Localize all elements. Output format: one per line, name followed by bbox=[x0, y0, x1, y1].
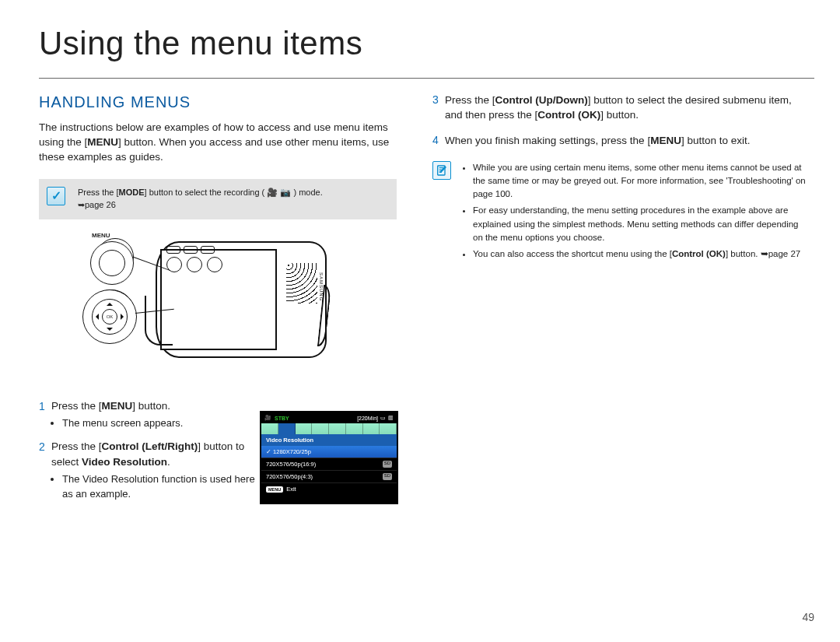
menu-list: ✓ 1280X720/25p 720X576/50p(16:9)SD 720X5… bbox=[261, 446, 397, 483]
callout-text: Press the [MODE] button to select the re… bbox=[78, 187, 386, 199]
intro-paragraph: The instructions below are examples of h… bbox=[39, 121, 397, 165]
exit-row: MENU Exit bbox=[261, 483, 397, 495]
menu-tab-bar bbox=[261, 423, 397, 434]
card-icon: ▭ bbox=[380, 415, 386, 421]
ok-dpad-icon: OK bbox=[82, 289, 137, 344]
mode-callout: ✓ Press the [MODE] button to select the … bbox=[39, 179, 397, 219]
note-item: For easy understanding, the menu setting… bbox=[473, 204, 810, 244]
page-number: 49 bbox=[802, 611, 814, 623]
menu-label: MENU bbox=[92, 232, 110, 239]
page-title: Using the menu items bbox=[39, 25, 362, 62]
stby-indicator: STBY bbox=[275, 416, 289, 421]
menu-header: Video Resolution bbox=[261, 434, 397, 446]
note-item: You can also access the shortcut menu us… bbox=[473, 247, 810, 261]
menu-button-icon bbox=[90, 241, 134, 285]
lcd-screen-preview: 🎥 STBY [220Min] ▭ ▥ Video Resolution ✓ 1… bbox=[260, 411, 398, 504]
step-1: 1 Press the [MENU] button. The menu scre… bbox=[39, 398, 249, 431]
right-column: 3 Press the [Control (Up/Down)] button t… bbox=[432, 93, 810, 264]
title-divider bbox=[39, 78, 814, 79]
step-2: 2 Press the [Control (Left/Right)] butto… bbox=[39, 439, 257, 502]
step-3: 3 Press the [Control (Up/Down)] button t… bbox=[432, 93, 810, 123]
check-icon: ✓ bbox=[47, 187, 65, 205]
list-item: 720X576/50p(4:3)SD bbox=[261, 471, 397, 483]
callout-page-ref: ➥page 26 bbox=[78, 199, 386, 212]
list-item: ✓ 1280X720/25p bbox=[261, 446, 397, 458]
note-block: While you are using certain menu items, … bbox=[432, 161, 810, 265]
step-4: 4 When you finish making settings, press… bbox=[432, 134, 810, 149]
camera-mode-icon: 🎥 bbox=[264, 415, 271, 421]
note-item: While you are using certain menu items, … bbox=[473, 161, 810, 202]
note-icon bbox=[432, 161, 451, 180]
camera-diagram: MENU SAMSUNG OK bbox=[39, 233, 327, 381]
time-remaining: [220Min] bbox=[357, 416, 378, 421]
section-heading: HANDLING MENUS bbox=[39, 93, 397, 111]
list-item: 720X576/50p(16:9)SD bbox=[261, 458, 397, 471]
battery-icon: ▥ bbox=[388, 415, 394, 421]
